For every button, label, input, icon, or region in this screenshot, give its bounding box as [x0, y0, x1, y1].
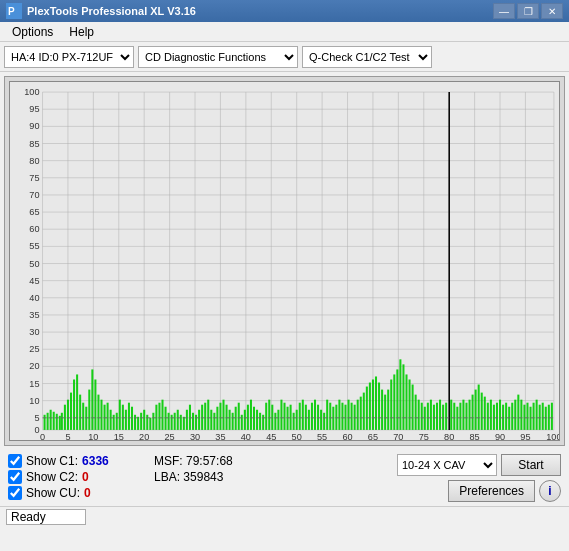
svg-rect-203 [393, 374, 395, 429]
svg-rect-166 [280, 400, 282, 430]
svg-rect-107 [100, 400, 102, 430]
svg-rect-173 [302, 400, 304, 430]
status-panel: Ready [6, 509, 86, 525]
restore-button[interactable]: ❐ [517, 3, 539, 19]
lba-row: LBA: 359843 [154, 470, 274, 484]
svg-rect-123 [149, 418, 151, 430]
svg-text:85: 85 [470, 432, 480, 440]
svg-rect-247 [530, 407, 532, 430]
minimize-button[interactable]: — [493, 3, 515, 19]
svg-rect-159 [259, 413, 261, 430]
svg-rect-211 [418, 400, 420, 430]
svg-rect-243 [517, 395, 519, 430]
svg-rect-96 [67, 400, 69, 430]
svg-rect-235 [493, 405, 495, 430]
svg-rect-188 [348, 400, 350, 430]
svg-text:90: 90 [495, 432, 505, 440]
svg-rect-193 [363, 393, 365, 430]
svg-text:25: 25 [29, 344, 39, 354]
svg-rect-223 [456, 407, 458, 430]
svg-rect-119 [137, 417, 139, 430]
svg-rect-183 [332, 407, 334, 430]
svg-text:90: 90 [29, 121, 39, 131]
svg-text:10: 10 [88, 432, 98, 440]
menu-options[interactable]: Options [4, 23, 61, 41]
c1-row: Show C1: 6336 [8, 454, 138, 468]
menu-help[interactable]: Help [61, 23, 102, 41]
svg-rect-116 [128, 403, 130, 430]
svg-rect-146 [219, 403, 221, 430]
svg-rect-206 [402, 364, 404, 430]
svg-rect-244 [520, 400, 522, 430]
svg-text:55: 55 [29, 241, 39, 251]
svg-rect-124 [152, 413, 154, 430]
svg-text:30: 30 [190, 432, 200, 440]
svg-rect-126 [158, 403, 160, 430]
window-title: PlexTools Professional XL V3.16 [27, 5, 196, 17]
svg-rect-110 [110, 410, 112, 430]
svg-rect-227 [469, 400, 471, 430]
svg-rect-185 [338, 400, 340, 430]
svg-rect-200 [384, 395, 386, 430]
svg-text:75: 75 [419, 432, 429, 440]
svg-rect-196 [372, 379, 374, 429]
svg-rect-209 [412, 385, 414, 430]
svg-rect-137 [192, 413, 194, 430]
svg-rect-141 [204, 403, 206, 430]
svg-text:10: 10 [29, 396, 39, 406]
drive-select[interactable]: HA:4 ID:0 PX-712UF [4, 46, 134, 68]
svg-text:5: 5 [65, 432, 70, 440]
svg-rect-241 [511, 403, 513, 430]
function-select[interactable]: CD Diagnostic Functions [138, 46, 298, 68]
svg-rect-232 [484, 397, 486, 430]
svg-rect-91 [53, 412, 55, 430]
svg-text:P: P [8, 6, 15, 17]
svg-rect-251 [542, 403, 544, 430]
start-button[interactable]: Start [501, 454, 561, 476]
svg-rect-103 [88, 390, 90, 430]
svg-rect-140 [201, 405, 203, 430]
svg-rect-176 [311, 403, 313, 430]
svg-rect-202 [390, 379, 392, 429]
svg-rect-195 [369, 383, 371, 430]
svg-rect-167 [283, 403, 285, 430]
cu-value: 0 [84, 486, 91, 500]
svg-rect-208 [409, 379, 411, 429]
svg-text:5: 5 [34, 413, 39, 423]
svg-rect-180 [323, 413, 325, 430]
lba-label: LBA: [154, 470, 180, 484]
svg-text:95: 95 [29, 104, 39, 114]
svg-rect-150 [232, 413, 234, 430]
svg-rect-98 [73, 379, 75, 429]
svg-rect-105 [94, 379, 96, 429]
svg-rect-221 [450, 400, 452, 430]
svg-rect-154 [244, 410, 246, 430]
svg-rect-92 [56, 414, 58, 430]
svg-rect-129 [168, 413, 170, 430]
svg-text:65: 65 [29, 207, 39, 217]
c1-checkbox[interactable] [8, 454, 22, 468]
svg-text:65: 65 [368, 432, 378, 440]
cu-checkbox[interactable] [8, 486, 22, 500]
close-button[interactable]: ✕ [541, 3, 563, 19]
svg-rect-197 [375, 376, 377, 429]
app-icon: P [6, 3, 22, 19]
svg-rect-117 [131, 407, 133, 430]
svg-rect-162 [268, 400, 270, 430]
info-button[interactable]: i [539, 480, 561, 502]
chart-svg: 100 95 90 85 80 75 70 65 60 55 50 45 40 … [10, 82, 559, 440]
svg-rect-134 [183, 417, 185, 430]
svg-rect-224 [459, 403, 461, 430]
svg-rect-132 [177, 410, 179, 430]
svg-rect-230 [478, 385, 480, 430]
svg-rect-187 [344, 405, 346, 430]
msf-label: MSF: [154, 454, 183, 468]
c2-checkbox[interactable] [8, 470, 22, 484]
speed-select[interactable]: 10-24 X CAV [397, 454, 497, 476]
svg-rect-151 [235, 407, 237, 430]
preferences-button[interactable]: Preferences [448, 480, 535, 502]
svg-rect-165 [277, 410, 279, 430]
svg-text:40: 40 [241, 432, 251, 440]
test-select[interactable]: Q-Check C1/C2 Test [302, 46, 432, 68]
svg-rect-182 [329, 403, 331, 430]
